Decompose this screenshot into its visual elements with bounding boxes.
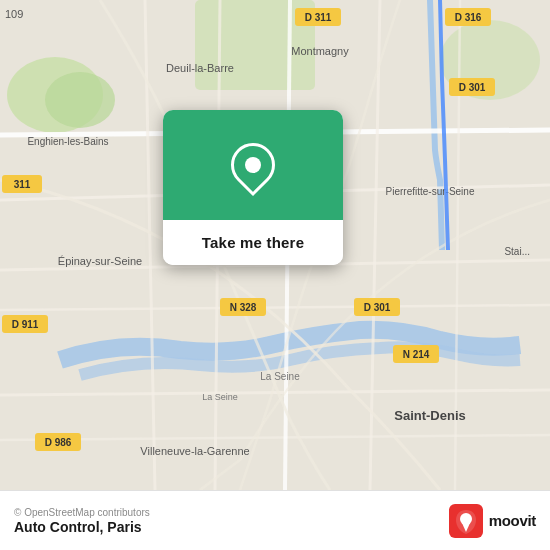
popup-card: Take me there: [163, 110, 343, 265]
map-attribution: © OpenStreetMap contributors: [14, 507, 150, 518]
take-me-there-button[interactable]: Take me there: [163, 220, 343, 265]
popup-green-area: [163, 110, 343, 220]
svg-text:D 316: D 316: [455, 12, 482, 23]
map-container: D 311 D 316 D 301 D 301 311 N 328 N 214 …: [0, 0, 550, 490]
bottom-left: © OpenStreetMap contributors Auto Contro…: [14, 507, 150, 535]
svg-text:311: 311: [14, 179, 31, 190]
svg-text:Enghien-les-Bains: Enghien-les-Bains: [27, 136, 108, 147]
location-name: Auto Control: [14, 519, 100, 535]
svg-text:D 911: D 911: [12, 319, 39, 330]
svg-text:D 301: D 301: [364, 302, 391, 313]
moovit-brand-text: moovit: [489, 512, 536, 529]
svg-text:N 328: N 328: [230, 302, 257, 313]
svg-text:D 986: D 986: [45, 437, 72, 448]
svg-text:Pierrefitte-sur-Seine: Pierrefitte-sur-Seine: [386, 186, 475, 197]
moovit-logo: moovit: [449, 504, 536, 538]
svg-text:La Seine: La Seine: [260, 371, 300, 382]
location-pin-icon: [222, 134, 284, 196]
svg-text:D 311: D 311: [305, 12, 332, 23]
svg-text:Épinay-sur-Seine: Épinay-sur-Seine: [58, 255, 142, 267]
svg-text:Deuil-la-Barre: Deuil-la-Barre: [166, 62, 234, 74]
svg-text:Saint-Denis: Saint-Denis: [394, 408, 466, 423]
svg-text:Montmagny: Montmagny: [291, 45, 349, 57]
svg-text:La Seine: La Seine: [202, 392, 238, 402]
moovit-icon: [449, 504, 483, 538]
svg-point-2: [45, 72, 115, 128]
bottom-bar: © OpenStreetMap contributors Auto Contro…: [0, 490, 550, 550]
svg-text:109: 109: [5, 8, 23, 20]
svg-text:D 301: D 301: [459, 82, 486, 93]
svg-text:Villeneuve-la-Garenne: Villeneuve-la-Garenne: [140, 445, 249, 457]
svg-text:Stai...: Stai...: [504, 246, 530, 257]
location-title: Auto Control, Paris: [14, 519, 150, 535]
svg-text:N 214: N 214: [403, 349, 430, 360]
location-city: Paris: [107, 519, 141, 535]
